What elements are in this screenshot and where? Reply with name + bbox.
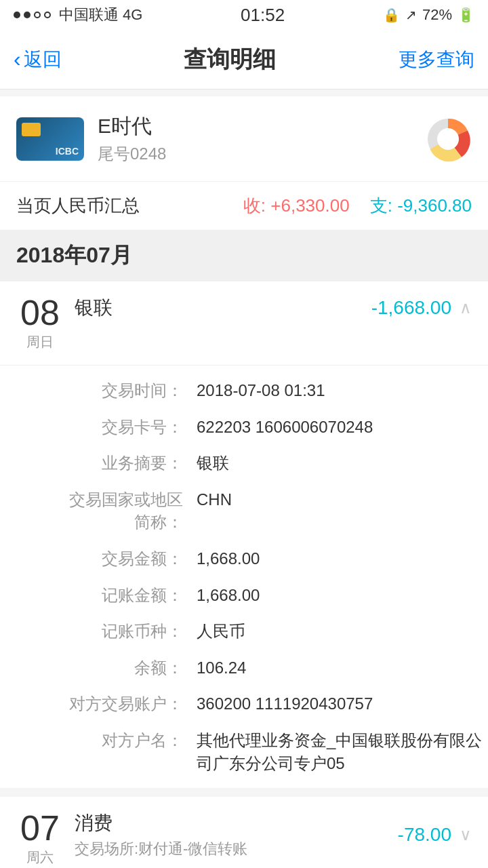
detail-time-label: 交易时间： <box>41 379 183 402</box>
day-08-number: 08 <box>20 295 60 330</box>
detail-counteraccount-label: 对方交易账户： <box>41 692 183 715</box>
card-section: ICBC E时代 尾号0248 <box>0 96 488 181</box>
day-07-tx1-amount: -78.00 <box>398 824 451 846</box>
network-label: 4G <box>123 6 142 24</box>
day-08-tx-amount: -1,668.00 <box>371 297 451 319</box>
svg-point-1 <box>437 128 459 150</box>
summary-section: 当页人民币汇总 收: +6,330.00 支: -9,360.80 <box>0 181 488 230</box>
day-08-chevron-icon[interactable]: ∧ <box>460 298 472 317</box>
detail-summary-label: 业务摘要： <box>41 452 183 475</box>
summary-label: 当页人民币汇总 <box>16 194 140 218</box>
detail-currency-value: 人民币 <box>197 620 488 643</box>
detail-currency-label: 记账币种： <box>41 620 183 643</box>
day-07-tx1-sub: 交易场所:财付通-微信转账 <box>75 839 247 859</box>
detail-cardno-label: 交易卡号： <box>41 416 183 439</box>
detail-countername: 对方户名： 其他代理业务资金_中国银联股份有限公司广东分公司专户05 <box>41 729 488 774</box>
dot2 <box>24 12 30 18</box>
day-08-tx-info: 银联 <box>75 295 113 321</box>
page-title: 查询明细 <box>184 44 276 75</box>
detail-cardno: 交易卡号： 622203 1606006070248 <box>41 416 488 439</box>
day-08-row: 08 周日 银联 -1,668.00 ∧ <box>0 281 488 366</box>
status-right: 🔒 ↗ 72% 🔋 <box>383 6 474 24</box>
detail-region: 交易国家或地区简称： CHN <box>41 488 488 534</box>
back-button[interactable]: ‹ 返回 <box>14 47 62 73</box>
battery-icon: 🔋 <box>458 7 474 23</box>
carrier-label: 中国联通 <box>59 5 119 25</box>
day-08-week: 周日 <box>26 333 54 351</box>
dot1 <box>14 12 20 18</box>
detail-time: 交易时间： 2018-07-08 01:31 <box>41 379 488 402</box>
summary-expense: 支: -9,360.80 <box>370 194 472 218</box>
detail-bookamount: 记账金额： 1,668.00 <box>41 584 488 607</box>
pie-chart <box>424 115 472 163</box>
detail-region-value: CHN <box>197 488 488 511</box>
detail-balance: 余额： 106.24 <box>41 656 488 679</box>
day-07-section: 07 周六 消费 交易场所:财付通-微信转账 -78.00 ∨ 消费 交易场所:… <box>0 797 488 868</box>
detail-bookamount-label: 记账金额： <box>41 584 183 607</box>
more-button[interactable]: 更多查询 <box>399 47 474 73</box>
status-bar: 中国联通 4G 01:52 🔒 ↗ 72% 🔋 <box>0 0 488 30</box>
detail-balance-value: 106.24 <box>197 656 488 679</box>
day-07-tx1: 消费 交易场所:财付通-微信转账 -78.00 ∨ <box>75 810 472 859</box>
detail-summary: 业务摘要： 银联 <box>41 452 488 475</box>
detail-counteraccount-value: 360200 1111920430757 <box>197 692 488 715</box>
day-08-details: 交易时间： 2018-07-08 01:31 交易卡号： 622203 1606… <box>0 366 488 789</box>
detail-amount-label: 交易金额： <box>41 547 183 570</box>
back-arrow-icon: ‹ <box>14 47 21 72</box>
detail-bookamount-value: 1,668.00 <box>197 584 488 607</box>
back-label: 返回 <box>24 47 62 73</box>
day-07-tx1-info: 消费 交易场所:财付通-微信转账 <box>75 810 247 859</box>
detail-counteraccount: 对方交易账户： 360200 1111920430757 <box>41 692 488 715</box>
summary-income: 收: +6,330.00 <box>243 194 350 218</box>
detail-countername-label: 对方户名： <box>41 729 183 752</box>
day-07-tx1-chevron-icon[interactable]: ∨ <box>460 825 472 844</box>
detail-amount-value: 1,668.00 <box>197 547 488 570</box>
dot4 <box>44 12 51 18</box>
day-07-week: 周六 <box>26 848 54 867</box>
detail-currency: 记账币种： 人民币 <box>41 620 488 643</box>
status-left: 中国联通 4G <box>14 5 142 25</box>
card-name: E时代 <box>98 113 166 140</box>
day-08-section: 08 周日 银联 -1,668.00 ∧ 交易时间： 2018-07-08 01… <box>0 281 488 789</box>
detail-time-value: 2018-07-08 01:31 <box>197 379 488 402</box>
location-icon: ↗ <box>405 7 417 23</box>
detail-region-label: 交易国家或地区简称： <box>41 488 183 534</box>
detail-amount: 交易金额： 1,668.00 <box>41 547 488 570</box>
month-header: 2018年07月 <box>0 230 488 281</box>
detail-balance-label: 余额： <box>41 656 183 679</box>
detail-summary-value: 银联 <box>197 452 488 475</box>
day-07-row: 07 周六 消费 交易场所:财付通-微信转账 -78.00 ∨ <box>0 797 488 868</box>
detail-countername-value: 其他代理业务资金_中国银联股份有限公司广东分公司专户05 <box>197 729 488 774</box>
day-07-number: 07 <box>20 810 60 846</box>
battery-label: 72% <box>422 6 452 24</box>
lock-icon: 🔒 <box>383 7 400 23</box>
time-display: 01:52 <box>241 5 285 26</box>
detail-cardno-value: 622203 1606006070248 <box>197 416 488 439</box>
day-07-tx1-name: 消费 <box>75 810 247 836</box>
day-08-transaction: 银联 -1,668.00 ∧ <box>75 295 472 321</box>
card-number: 尾号0248 <box>98 143 166 165</box>
card-info: E时代 尾号0248 <box>98 113 166 165</box>
day-08-info: 08 周日 <box>16 295 64 351</box>
card-image: ICBC <box>16 117 84 161</box>
signal-dots <box>14 12 51 18</box>
day-08-tx-name: 银联 <box>75 295 113 321</box>
dot3 <box>34 12 41 18</box>
day-07-info: 07 周六 <box>16 810 64 867</box>
nav-bar: ‹ 返回 查询明细 更多查询 <box>0 30 488 90</box>
separator-1 <box>0 790 488 797</box>
